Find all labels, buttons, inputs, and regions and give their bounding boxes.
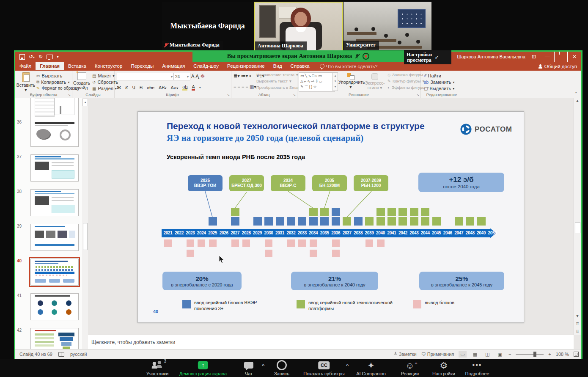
fit-to-window-icon[interactable] (574, 352, 579, 357)
quick-styles-button[interactable]: Экспресс-стили ▾ (364, 72, 386, 90)
thumbnail-slide[interactable] (30, 259, 79, 286)
unit-new-platform-2042 (398, 208, 407, 216)
close-button[interactable]: ✕ (568, 52, 581, 62)
toolbar-settings-button[interactable]: ⚙Настройки (432, 360, 455, 376)
account-name[interactable]: Шаркова Антонина Васильевна (457, 52, 525, 62)
layout-button[interactable]: ▤Макет▾ (92, 73, 115, 78)
scroll-down-icon[interactable]: ▼ (574, 314, 581, 318)
tab-Файл[interactable]: Файл (15, 62, 36, 70)
zoom-slider[interactable] (516, 354, 544, 355)
tab-Рецензирование[interactable]: Рецензирование (223, 62, 269, 70)
toolbar-more-button[interactable]: •••Подробнее (465, 360, 489, 376)
view-settings-button[interactable]: Настройки просмотра ✓ (404, 50, 451, 64)
tab-Переходы[interactable]: Переходы (126, 62, 158, 70)
thumbnail-slide[interactable] (30, 293, 79, 320)
section-button[interactable]: ▦Раздел▾ (92, 86, 117, 91)
font-style-buttons[interactable]: ЖКЧS abc АВ▾ Аа▾ ab̲ А▾ (117, 84, 201, 91)
slide-canvas[interactable]: Переход к новой технологической платформ… (137, 111, 524, 323)
dialog-launcher-icon[interactable]: ↘ (293, 93, 296, 97)
copy-button[interactable]: ⧉Копировать▾ (36, 80, 69, 85)
toolbar-chat-button[interactable]: Чат (244, 360, 253, 376)
vertical-scrollbar[interactable]: ▲ ▼ ⇈ ⇊ (573, 98, 581, 335)
scroll-up-icon[interactable]: ▲ (82, 99, 88, 106)
previous-slide-button[interactable]: ⇈ (574, 322, 581, 326)
notes-pane[interactable]: Щелкните, чтобы добавить заметки (88, 335, 574, 349)
toolbar-record-button[interactable]: Запись (274, 360, 289, 376)
chevron-up-icon[interactable]: ^ (262, 363, 264, 368)
normal-view-icon[interactable]: ▭ (459, 351, 466, 358)
tab-Анимация[interactable]: Анимация (158, 62, 189, 70)
unit-vver-2027 (231, 217, 239, 226)
reading-view-icon[interactable]: ◫ (484, 351, 491, 358)
font-size-combobox[interactable]: 24▾ (173, 73, 190, 80)
notes-toggle[interactable]: ≜ Заметки (393, 352, 416, 357)
start-slideshow-icon[interactable] (47, 55, 53, 59)
tell-me-box[interactable]: Что вы хотите сделать? (326, 64, 378, 69)
comments-toggle[interactable]: 🗨 Примечания (421, 352, 454, 357)
find-button[interactable]: ⌕Найти (424, 73, 441, 78)
customize-qat-icon[interactable]: ▾ (57, 55, 59, 59)
restore-button[interactable] (554, 52, 568, 62)
shapes-gallery[interactable]: ▭╲↘□○▭△⌐∿⇨⇩▱✎⌒{}☆ (299, 72, 335, 92)
arrange-button[interactable]: Упорядочить▾ (338, 72, 363, 89)
tab-Конструктор[interactable]: Конструктор (91, 62, 127, 70)
spell-check-icon[interactable] (58, 352, 64, 357)
ribbon-display-options-icon[interactable]: ⊞ (527, 52, 541, 62)
redo-icon[interactable]: ↻ (38, 54, 43, 60)
tab-Справка[interactable]: Справка (286, 62, 314, 70)
thumbnail-slide[interactable] (30, 154, 79, 182)
minimize-button[interactable]: — (541, 52, 554, 62)
dialog-launcher-icon[interactable]: ↘ (416, 93, 419, 97)
chevron-up-icon[interactable]: ^ (346, 363, 349, 368)
next-slide-button[interactable]: ⇊ (574, 329, 581, 333)
share-button[interactable]: Общий доступ (538, 64, 577, 69)
zoom-out-icon[interactable]: − (508, 352, 511, 357)
scroll-up-icon[interactable]: ▲ (574, 99, 581, 103)
thumbnail-slide[interactable] (30, 98, 79, 121)
slide-editing-area: Переход к новой технологической платформ… (88, 98, 574, 335)
dialog-launcher-icon[interactable]: ↘ (227, 93, 230, 97)
replace-button[interactable]: abЗаменить ▾ (424, 80, 455, 85)
shape-outline-button[interactable]: ✎Контур фигуры ▾ (387, 79, 424, 83)
new-slide-button[interactable]: Создать слайд (72, 72, 91, 90)
select-button[interactable]: ▢Выделить ▾ (424, 86, 454, 91)
tab-Главная[interactable]: Главная (36, 62, 64, 70)
tab-Вставка[interactable]: Вставка (64, 62, 91, 70)
paste-button[interactable]: Вставить▾ (16, 72, 36, 92)
cut-button[interactable]: ✂Вырезать (36, 73, 62, 78)
collapse-ribbon-icon[interactable]: ⌃ (574, 91, 578, 96)
thumbnail-slide[interactable] (30, 224, 79, 251)
zoom-in-icon[interactable]: + (548, 352, 551, 357)
slide-sorter-view-icon[interactable]: ▦ (471, 351, 479, 358)
zoom-slider-thumb[interactable] (533, 352, 536, 357)
timeline-year-2047: 2047 (454, 231, 463, 235)
font-name-combobox[interactable]: ▾ (117, 73, 174, 80)
video-tile-sharkova-active-speaker[interactable]: Антонина Шаркова (254, 2, 343, 52)
toolbar-share-screen-button[interactable]: ↑Демонстрация экрана (179, 360, 227, 376)
toolbar-reactions-button[interactable]: ☺+Реакции (401, 360, 419, 376)
grow-shrink-font-buttons[interactable]: А́ А̬ � (191, 74, 205, 79)
thumbnail-slide[interactable] (30, 120, 79, 147)
toolbar-captions-button[interactable]: CCПоказать субтитры (303, 360, 345, 376)
toolbar-ai-companion-button[interactable]: ✦AI Companion (356, 360, 386, 376)
language-indicator[interactable]: русский (70, 352, 87, 357)
thumbnail-slide[interactable] (30, 328, 79, 349)
text-direction-button[interactable]: Направление текста ▾ (256, 72, 298, 77)
zoom-level[interactable]: 108 % (556, 352, 569, 357)
shapes-gallery-scroll[interactable]: ▴▾▾ (332, 72, 338, 91)
slideshow-view-icon[interactable]: ▣ (496, 351, 504, 358)
tab-Слайд-шоу[interactable]: Слайд-шоу (189, 62, 223, 70)
alignment-buttons[interactable]: ≡ ≡ ≡ ≡ ▥▾ (234, 84, 256, 90)
undo-icon[interactable]: ↺▾ (29, 54, 35, 60)
scrollbar-thumb[interactable] (83, 223, 88, 250)
video-tile-myktybaeva[interactable]: Мыктыбаева Фарида Мыктыбаева Фарида (162, 2, 253, 50)
toolbar-participants-button[interactable]: 3Участники (146, 360, 169, 376)
save-icon[interactable] (19, 54, 25, 60)
thumbnail-scrollbar[interactable]: ▲ (82, 98, 88, 349)
dialog-launcher-icon[interactable]: ↘ (68, 93, 71, 97)
video-tile-university[interactable]: Университет (343, 2, 431, 50)
align-text-button[interactable]: Выровнять текст ▾ (256, 79, 291, 83)
thumbnail-slide[interactable] (30, 189, 79, 216)
tab-Вид[interactable]: Вид (269, 62, 286, 70)
scrollbar-thumb[interactable] (575, 222, 580, 233)
